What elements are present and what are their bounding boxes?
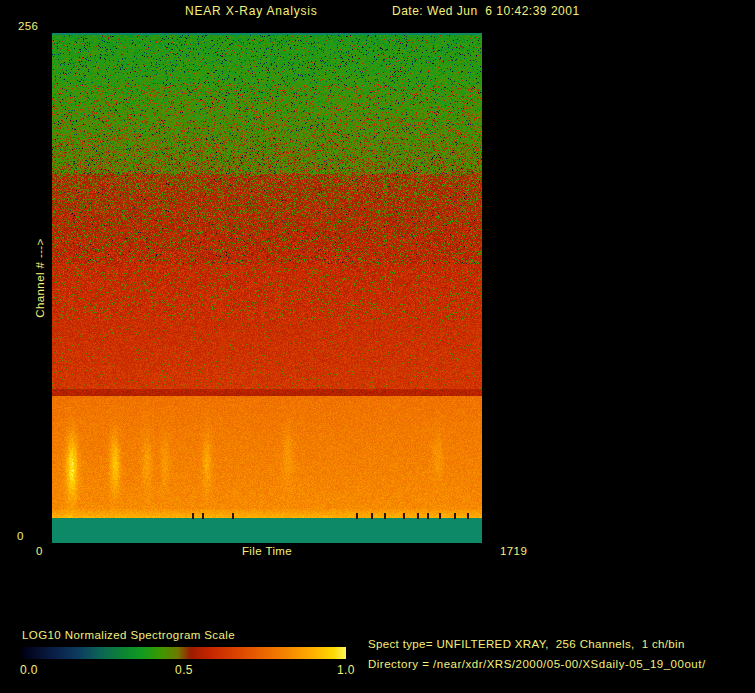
y-axis-min-label: 0 xyxy=(17,530,24,542)
directory-label: Directory = /near/xdr/XRS/2000/05-00/XSd… xyxy=(368,658,706,670)
spect-type-label: Spect type= UNFILTERED XRAY, 256 Channel… xyxy=(368,638,685,650)
date-label: Date: Wed Jun 6 10:42:39 2001 xyxy=(392,4,580,18)
page-title: NEAR X-Ray Analysis xyxy=(185,4,318,18)
x-axis-min-label: 0 xyxy=(36,545,43,557)
colorbar-tick-low: 0.0 xyxy=(20,663,38,677)
colorbar-tick-high: 1.0 xyxy=(337,663,355,677)
colorbar-tick-mid: 0.5 xyxy=(175,663,193,677)
y-axis-title: Channel # ---> xyxy=(34,238,46,317)
app-window: { "header": { "title": "NEAR X-Ray Analy… xyxy=(0,0,755,693)
colorbar-title: LOG10 Normalized Spectrogram Scale xyxy=(22,629,235,641)
y-axis-max-label: 256 xyxy=(18,20,38,32)
spectrogram-image xyxy=(52,33,482,543)
x-axis-max-label: 1719 xyxy=(500,545,527,557)
colorbar-gradient xyxy=(22,647,346,659)
x-axis-title: File Time xyxy=(242,545,292,557)
